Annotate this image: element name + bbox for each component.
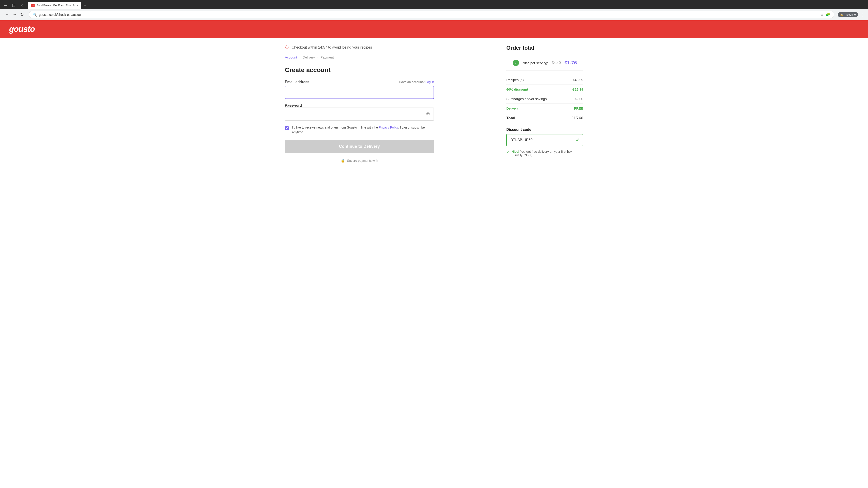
site-header: gousto	[0, 20, 868, 38]
order-row-recipes: Recipes (5) £43.99	[506, 75, 583, 85]
search-icon: 🔍	[33, 12, 37, 17]
tab-favicon: G	[31, 4, 35, 7]
have-account-hint: Have an account? Log in	[399, 80, 434, 84]
browser-right-controls: 🕵 Incognito ⋮	[838, 12, 864, 18]
address-bar[interactable]: 🔍 gousto.co.uk/check-out/account ☆ 🧩	[29, 11, 834, 18]
tab-bar: — ❐ ✕ G Food Boxes | Get Fresh Food & × …	[0, 0, 868, 9]
breadcrumb-delivery: Delivery	[303, 55, 315, 59]
surcharges-label: Surcharges and/or savings	[506, 97, 547, 101]
discount-check-icon: ✓	[576, 137, 580, 143]
total-value: £15.60	[571, 116, 583, 121]
continue-to-delivery-button[interactable]: Continue to Delivery	[285, 140, 434, 153]
email-field-group: Email address Have an account? Log in	[285, 80, 434, 99]
checkbox-label: I'd like to receive news and offers from…	[292, 125, 434, 135]
extensions-icon[interactable]: 🧩	[826, 12, 830, 17]
privacy-link[interactable]: Privacy Policy	[379, 126, 398, 129]
breadcrumb: Account › Delivery › Payment	[285, 55, 493, 59]
incognito-label: Incognito	[845, 13, 856, 16]
browser-chrome: — ❐ ✕ G Food Boxes | Get Fresh Food & × …	[0, 0, 868, 20]
window-minimize[interactable]: —	[2, 2, 9, 8]
incognito-icon: 🕵	[840, 13, 843, 16]
password-input[interactable]	[285, 107, 434, 121]
new-tab-button[interactable]: +	[82, 2, 88, 9]
back-button[interactable]: ←	[4, 11, 10, 18]
discount-code-section: Discount code ✓	[506, 128, 583, 146]
create-account-form: Create account Email address Have an acc…	[285, 66, 434, 163]
lock-icon: 🔒	[341, 158, 345, 163]
left-column: ⏱ Checkout within 24:57 to avoid losing …	[285, 45, 493, 163]
nice-text: You get free delivery on your first box …	[512, 150, 572, 157]
recipes-label: Recipes (5)	[506, 78, 524, 82]
price-new: £1.76	[564, 60, 577, 66]
incognito-badge: 🕵 Incognito	[838, 12, 858, 17]
more-menu-button[interactable]: ⋮	[860, 12, 864, 18]
newsletter-checkbox[interactable]	[285, 126, 289, 130]
order-row-delivery: Delivery FREE	[506, 104, 583, 113]
newsletter-checkbox-row: I'd like to receive news and offers from…	[285, 125, 434, 135]
price-per-serving: ✓ Price per serving: £4.40 £1.76	[506, 57, 583, 71]
checkbox-text: I'd like to receive news and offers from…	[292, 126, 379, 129]
tab-title: Food Boxes | Get Fresh Food &	[36, 4, 74, 7]
order-summary: Order total ✓ Price per serving: £4.40 £…	[506, 45, 583, 163]
surcharges-value: -£2.00	[574, 97, 583, 101]
active-tab[interactable]: G Food Boxes | Get Fresh Food & ×	[28, 2, 81, 9]
nice-delivery-banner: ✓ Nice! You get free delivery on your fi…	[506, 150, 583, 157]
timer-text: Checkout within 24:57 to avoid losing yo…	[291, 45, 372, 50]
price-check-icon: ✓	[513, 60, 519, 66]
price-old: £4.40	[552, 61, 561, 65]
total-label: Total	[506, 116, 515, 121]
order-rows: Recipes (5) £43.99 60% discount -£26.39 …	[506, 75, 583, 123]
login-link[interactable]: Log in	[426, 80, 434, 84]
timer-banner: ⏱ Checkout within 24:57 to avoid losing …	[285, 45, 493, 50]
order-row-total: Total £15.60	[506, 113, 583, 123]
nice-message: Nice! You get free delivery on your firs…	[512, 150, 583, 157]
password-label: Password	[285, 103, 302, 107]
browser-toolbar: ← → ↻ 🔍 gousto.co.uk/check-out/account ☆…	[0, 9, 868, 20]
recipes-value: £43.99	[573, 78, 583, 82]
discount-input-wrapper: ✓	[506, 134, 583, 146]
nav-buttons: ← → ↻	[4, 11, 25, 18]
breadcrumb-account[interactable]: Account	[285, 55, 297, 59]
email-field-header: Email address Have an account? Log in	[285, 80, 434, 84]
delivery-label: Delivery	[506, 106, 519, 110]
email-label: Email address	[285, 80, 309, 84]
secure-text: Secure payments with	[347, 159, 378, 162]
address-text: gousto.co.uk/check-out/account	[39, 13, 818, 17]
breadcrumb-payment: Payment	[320, 55, 334, 59]
timer-icon: ⏱	[285, 45, 289, 50]
address-icons: ☆ 🧩	[820, 12, 830, 17]
discount-value: -£26.39	[572, 88, 583, 91]
password-wrapper: 👁	[285, 107, 434, 121]
bookmark-icon[interactable]: ☆	[820, 12, 824, 17]
password-field-group: Password 👁	[285, 103, 434, 121]
discount-label: 60% discount	[506, 88, 528, 91]
discount-code-label: Discount code	[506, 128, 583, 132]
price-per-serving-label: Price per serving:	[522, 61, 548, 65]
order-row-surcharges: Surcharges and/or savings -£2.00	[506, 94, 583, 104]
have-account-text: Have an account?	[399, 80, 425, 84]
discount-code-input[interactable]	[507, 134, 583, 146]
secure-payments: 🔒 Secure payments with	[285, 158, 434, 163]
refresh-button[interactable]: ↻	[19, 11, 25, 18]
tab-close-button[interactable]: ×	[76, 4, 78, 7]
gousto-logo[interactable]: gousto	[9, 24, 35, 34]
nice-word: Nice!	[512, 150, 519, 153]
breadcrumb-sep-2: ›	[317, 56, 318, 59]
delivery-value: FREE	[574, 106, 583, 110]
breadcrumb-sep-1: ›	[299, 56, 301, 59]
show-password-icon[interactable]: 👁	[426, 111, 430, 117]
order-row-discount: 60% discount -£26.39	[506, 85, 583, 94]
forward-button[interactable]: →	[11, 11, 18, 18]
form-title: Create account	[285, 66, 434, 74]
order-title: Order total	[506, 45, 583, 51]
email-input[interactable]	[285, 86, 434, 99]
main-content: ⏱ Checkout within 24:57 to avoid losing …	[276, 38, 592, 169]
window-maximize[interactable]: ❐	[10, 2, 17, 8]
window-close[interactable]: ✕	[19, 2, 25, 8]
nice-check-icon: ✓	[506, 150, 509, 154]
